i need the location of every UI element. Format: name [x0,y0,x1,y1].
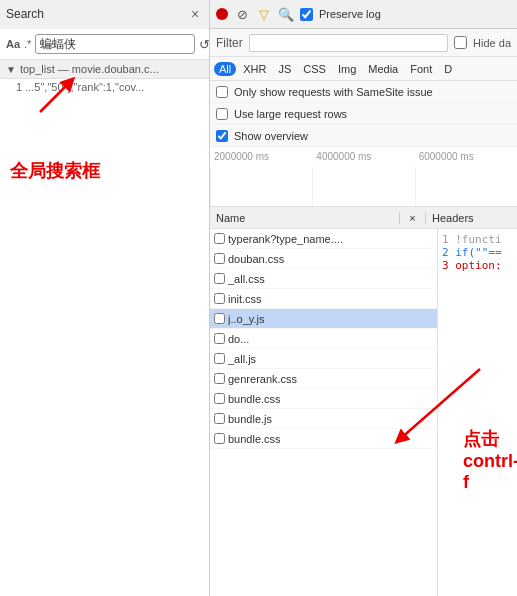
net-name: bundle.css [228,433,437,445]
timeline-area: 2000000 ms 4000000 ms 6000000 ms [210,147,517,207]
net-name: typerank?type_name.... [228,233,437,245]
result-line: 1 ...5","50"],"rank":1,"cov... [16,81,144,93]
net-name: _all.js [228,353,437,365]
clear-icon[interactable]: ⊘ [234,6,250,22]
samesite-label: Only show requests with SameSite issue [234,86,433,98]
net-checkbox[interactable] [210,293,228,304]
network-item[interactable]: init.css [210,289,437,309]
network-table-header: Name × Headers [210,207,517,229]
filter-label: Filter [216,36,243,50]
main-content: Aa .* ↺ ⊘ ▼ top_list — movie.douban.c...… [0,29,517,596]
record-icon[interactable] [216,8,228,20]
net-checkbox[interactable] [210,333,228,344]
network-item[interactable]: _all.js [210,349,437,369]
network-panel: Filter Hide da All XHR JS CSS Img Media … [210,29,517,596]
response-line: 1 !functi [442,233,513,246]
type-btn-all[interactable]: All [214,62,236,76]
search-input-row: Aa .* ↺ ⊘ [0,29,209,60]
col-x-header: × [400,212,426,224]
filter-bar: Filter Hide da [210,29,517,57]
type-filter-row: All XHR JS CSS Img Media Font D [210,57,517,81]
type-btn-css[interactable]: CSS [298,62,331,76]
col-headers-header: Headers [426,212,517,224]
net-name: bundle.css [228,393,437,405]
net-name: genrerank.css [228,373,437,385]
timeline-label-0: 2000000 ms [210,151,312,162]
net-checkbox[interactable] [210,313,228,324]
preserve-log-label: Preserve log [319,8,381,20]
net-name: do... [228,333,437,345]
samesite-checkbox[interactable] [216,86,228,98]
network-item[interactable]: j..o_y.js [210,309,437,329]
result-item[interactable]: 1 ...5","50"],"rank":1,"cov... [0,79,209,95]
network-item[interactable]: bundle.css [210,429,437,449]
option-row-samesite: Only show requests with SameSite issue [210,81,517,103]
search-result-bar: ▼ top_list — movie.douban.c... [0,60,209,79]
result-path: top_list — movie.douban.c... [20,63,159,75]
search-panel: Aa .* ↺ ⊘ ▼ top_list — movie.douban.c...… [0,29,210,596]
net-name: bundle.js [228,413,437,425]
network-item[interactable]: _all.css [210,269,437,289]
network-item[interactable]: bundle.js [210,409,437,429]
type-btn-d[interactable]: D [439,62,457,76]
network-toolbar: ⊘ ▽ 🔍 Preserve log [210,0,517,29]
filter-icon[interactable]: ▽ [256,6,272,22]
net-checkbox[interactable] [210,353,228,364]
type-btn-img[interactable]: Img [333,62,361,76]
option-row-overview: Show overview [210,125,517,147]
network-item[interactable]: genrerank.css [210,369,437,389]
net-checkbox[interactable] [210,413,228,424]
response-line: 3 option: [442,259,513,272]
large-rows-label: Use large request rows [234,108,347,120]
net-checkbox[interactable] [210,233,228,244]
timeline-col [415,167,517,206]
type-btn-xhr[interactable]: XHR [238,62,271,76]
hide-da-checkbox[interactable] [454,36,467,49]
type-btn-media[interactable]: Media [363,62,403,76]
net-checkbox[interactable] [210,273,228,284]
refresh-icon[interactable]: ↺ [199,37,210,52]
net-name: douban.css [228,253,437,265]
aa-button[interactable]: Aa [6,38,20,50]
type-btn-font[interactable]: Font [405,62,437,76]
search-title: Search [6,7,183,21]
search-icon[interactable]: 🔍 [278,6,294,22]
network-item[interactable]: douban.css [210,249,437,269]
filter-input[interactable] [249,34,448,52]
overview-label: Show overview [234,130,308,142]
close-icon[interactable]: × [187,6,203,22]
response-panel: 1 !functi2 if(""==3 option: [437,229,517,596]
response-line: 2 if(""== [442,246,513,259]
top-bar: Search × ⊘ ▽ 🔍 Preserve log [0,0,517,29]
network-item[interactable]: bundle.css [210,389,437,409]
timeline-col [312,167,414,206]
network-item[interactable]: typerank?type_name.... [210,229,437,249]
net-checkbox[interactable] [210,373,228,384]
search-panel-header: Search × [0,0,210,29]
collapse-icon[interactable]: ▼ [6,64,16,75]
search-input[interactable] [35,34,195,54]
type-btn-js[interactable]: JS [273,62,296,76]
net-checkbox[interactable] [210,393,228,404]
net-checkbox[interactable] [210,433,228,444]
timeline-label-1: 4000000 ms [312,151,414,162]
overview-checkbox[interactable] [216,130,228,142]
network-content-area: typerank?type_name.... douban.css _all.c… [210,229,517,596]
network-list: typerank?type_name.... douban.css _all.c… [210,229,437,596]
timeline-label-2: 6000000 ms [415,151,517,162]
net-name: _all.css [228,273,437,285]
timeline-col [210,167,312,206]
result-list: 1 ...5","50"],"rank":1,"cov... [0,79,209,596]
hide-da-label: Hide da [473,37,511,49]
option-row-large-rows: Use large request rows [210,103,517,125]
net-checkbox[interactable] [210,253,228,264]
col-name-header[interactable]: Name [210,212,400,224]
large-rows-checkbox[interactable] [216,108,228,120]
dot-star-button[interactable]: .* [24,38,31,50]
net-name: j..o_y.js [228,313,437,325]
preserve-log-checkbox[interactable] [300,8,313,21]
net-name: init.css [228,293,437,305]
network-item[interactable]: do... [210,329,437,349]
